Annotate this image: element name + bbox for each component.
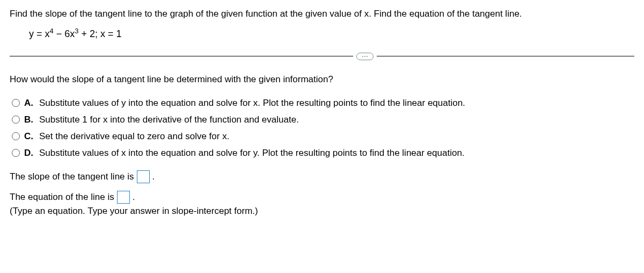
option-text: Substitute values of x into the equation… [39,148,465,159]
dot-icon [367,56,368,57]
given-equation: y = x4 − 6x3 + 2; x = 1 [29,28,634,40]
option-letter: D. [24,148,35,159]
section-divider [10,53,634,60]
slope-answer-line: The slope of the tangent line is . [10,170,634,183]
divider-left [10,56,353,56]
sub-question: How would the slope of a tangent line be… [10,74,634,85]
option-letter: C. [24,131,35,142]
slope-input[interactable] [137,170,150,183]
answer-hint: (Type an equation. Type your answer in s… [10,206,634,217]
radio-icon[interactable] [12,99,20,107]
options-group: A. Substitute values of y into the equat… [12,98,634,159]
radio-icon[interactable] [12,116,20,124]
equation-input[interactable] [117,191,130,204]
dot-icon [362,56,363,57]
option-b[interactable]: B. Substitute 1 for x into the derivativ… [12,114,634,125]
dot-icon [364,56,365,57]
divider-right [377,56,634,56]
question-prompt: Find the slope of the tangent line to th… [10,8,634,21]
option-c[interactable]: C. Set the derivative equal to zero and … [12,131,634,142]
option-text: Substitute 1 for x into the derivative o… [39,114,299,125]
option-letter: A. [24,98,35,109]
option-d[interactable]: D. Substitute values of x into the equat… [12,148,634,159]
option-text: Set the derivative equal to zero and sol… [39,131,229,142]
radio-icon[interactable] [12,149,20,157]
option-letter: B. [24,114,35,125]
eqline-prefix: The equation of the line is [10,192,114,203]
eqline-suffix: . [133,192,135,203]
expand-button[interactable] [356,53,374,60]
radio-icon[interactable] [12,132,20,140]
slope-suffix: . [152,171,155,182]
option-text: Substitute values of y into the equation… [39,98,465,109]
option-a[interactable]: A. Substitute values of y into the equat… [12,98,634,109]
slope-prefix: The slope of the tangent line is [10,171,134,182]
equation-answer-line: The equation of the line is . [10,191,634,204]
